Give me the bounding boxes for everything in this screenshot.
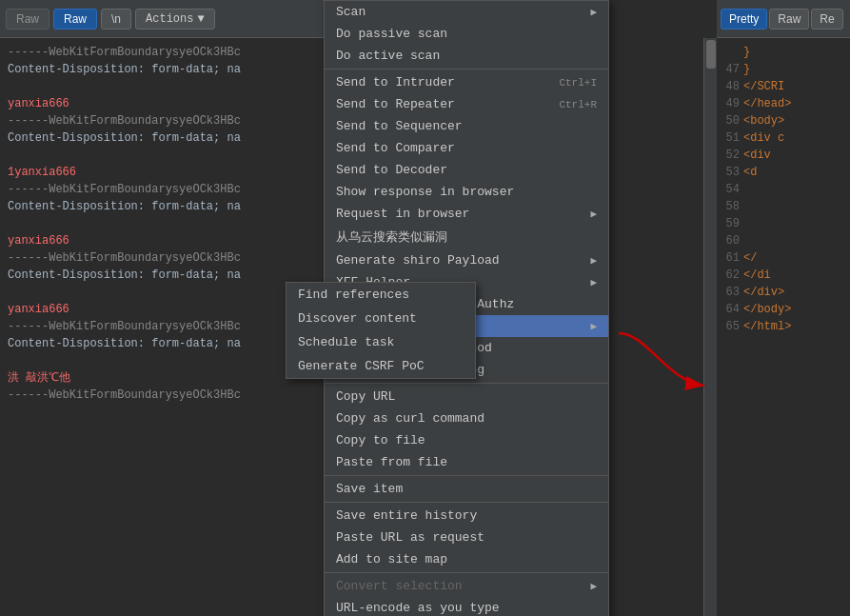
menu-label: Do passive scan — [336, 27, 447, 41]
arrow-icon: ▶ — [590, 208, 597, 220]
menu-label: Copy as curl command — [336, 411, 484, 426]
code-line: 49 </head> — [721, 95, 846, 112]
actions-button[interactable]: Actions ▼ — [135, 9, 215, 30]
menu-label: Paste from file — [336, 455, 447, 469]
menu-label: Find references — [298, 288, 409, 302]
menu-item-decoder[interactable]: Send to Decoder — [325, 159, 608, 181]
submenu-item-schedule[interactable]: Schedule task — [287, 330, 475, 354]
right-toolbar: Pretty Raw Re — [717, 0, 850, 38]
code-line: ------WebKitFormBoundarysyeOCk3HBc — [8, 44, 316, 61]
code-line: 48 </SCRI — [721, 78, 846, 95]
code-line: ------WebKitFormBoundarysyeOCk3HBc — [8, 181, 316, 198]
line-number: 65 — [721, 318, 740, 335]
scrollbar-thumb[interactable] — [706, 40, 716, 69]
submenu-item-csrf[interactable]: Generate CSRF PoC — [287, 354, 475, 378]
line-number: 59 — [721, 215, 740, 232]
line-number: 63 — [721, 284, 740, 301]
code-line: 51 <div c — [721, 129, 846, 147]
code-line: 50 <body> — [721, 112, 846, 129]
menu-label: Do active scan — [336, 49, 440, 63]
menu-item-scan[interactable]: Scan ▶ — [325, 1, 608, 23]
menu-item-add-sitemap[interactable]: Add to site map — [325, 548, 608, 570]
code-text: </div> — [743, 284, 784, 301]
menu-item-urlencode[interactable]: URL-encode as you type — [325, 597, 608, 616]
code-line: } — [721, 44, 846, 61]
separator — [325, 502, 608, 503]
arrow-icon: ▶ — [590, 320, 597, 332]
code-line: Content-Disposition: form-data; na — [8, 129, 316, 147]
code-text: <body> — [743, 112, 784, 129]
shortcut-label: Ctrl+I — [559, 77, 597, 89]
code-text: </head> — [743, 95, 791, 112]
line-number: 61 — [721, 249, 740, 267]
menu-item-passive-scan[interactable]: Do passive scan — [325, 23, 608, 45]
line-number: 48 — [721, 78, 740, 95]
engagement-submenu: Find references Discover content Schedul… — [286, 282, 476, 379]
menu-label: Send to Comparer — [336, 141, 455, 155]
menu-label: Generate CSRF PoC — [298, 359, 425, 373]
menu-label: Save entire history — [336, 508, 477, 523]
separator — [325, 69, 608, 70]
line-number: 52 — [721, 147, 740, 164]
shortcut-label: Ctrl+R — [559, 99, 597, 110]
arrow-icon: ▶ — [590, 276, 597, 288]
code-line: ------WebKitFormBoundarysyeOCk3HBc — [8, 318, 316, 335]
menu-item-shiro[interactable]: Generate shiro Payload ▶ — [325, 249, 608, 271]
menu-item-request-browser[interactable]: Request in browser ▶ — [325, 203, 608, 225]
line-number: 49 — [721, 95, 740, 112]
code-line: ------WebKitFormBoundarysyeOCk3HBc — [8, 249, 316, 267]
menu-item-sequencer[interactable]: Send to Sequencer — [325, 115, 608, 137]
newline-button[interactable]: \n — [101, 9, 131, 30]
menu-item-copy-file[interactable]: Copy to file — [325, 429, 608, 451]
menu-item-show-response[interactable]: Show response in browser — [325, 181, 608, 203]
menu-label: Send to Repeater — [336, 97, 455, 111]
menu-item-wuyun[interactable]: 从乌云搜索类似漏洞 — [325, 225, 608, 249]
code-line: 61 </ — [721, 249, 846, 267]
menu-item-intruder[interactable]: Send to Intruder Ctrl+I — [325, 71, 608, 93]
menu-label: Schedule task — [298, 335, 394, 349]
menu-item-active-scan[interactable]: Do active scan — [325, 45, 608, 67]
menu-item-convert: Convert selection ▶ — [325, 575, 608, 597]
submenu-item-discover[interactable]: Discover content — [287, 307, 475, 330]
code-line: 59 — [721, 215, 846, 232]
raw-button[interactable]: Raw — [769, 9, 809, 30]
menu-label: Scan — [336, 5, 366, 19]
pretty-button[interactable]: Raw — [6, 9, 49, 30]
menu-item-copy-curl[interactable]: Copy as curl command — [325, 407, 608, 429]
submenu-item-find-references[interactable]: Find references — [287, 283, 475, 307]
menu-item-copy-url[interactable]: Copy URL — [325, 386, 608, 407]
code-line: Content-Disposition: form-data; na — [8, 267, 316, 284]
line-number: 62 — [721, 267, 740, 284]
line-number: 54 — [721, 181, 740, 198]
code-line: 53 <d — [721, 164, 846, 181]
menu-label: URL-encode as you type — [336, 601, 500, 615]
code-line: 1yanxia666 — [8, 164, 316, 181]
menu-item-paste-url[interactable]: Paste URL as request — [325, 527, 608, 548]
vertical-scrollbar[interactable] — [703, 38, 717, 616]
arrow-icon: ▶ — [590, 580, 597, 592]
raw-button[interactable]: Raw — [53, 9, 97, 30]
menu-label: Convert selection — [336, 579, 463, 593]
code-line: ------WebKitFormBoundarysyeOCk3HBc — [8, 112, 316, 129]
menu-item-save-item[interactable]: Save item — [325, 478, 608, 500]
menu-item-repeater[interactable]: Send to Repeater Ctrl+R — [325, 93, 608, 115]
menu-label: Add to site map — [336, 552, 447, 566]
code-line: 58 — [721, 198, 846, 215]
line-number: 47 — [721, 61, 740, 78]
code-text: } — [743, 44, 750, 61]
line-number: 60 — [721, 232, 740, 249]
code-line: 64 </body> — [721, 301, 846, 318]
menu-label: 从乌云搜索类似漏洞 — [336, 229, 447, 246]
re-button[interactable]: Re — [811, 9, 842, 30]
menu-item-comparer[interactable]: Send to Comparer — [325, 137, 608, 159]
request-code: ------WebKitFormBoundarysyeOCk3HBc Conte… — [0, 38, 324, 616]
left-toolbar: Raw Raw \n Actions ▼ — [0, 0, 324, 38]
arrow-icon: ▶ — [590, 6, 597, 18]
code-line: 60 — [721, 232, 846, 249]
separator — [325, 475, 608, 476]
menu-label: Save item — [336, 482, 403, 496]
code-line: Content-Disposition: form-data; na — [8, 61, 316, 78]
menu-item-paste-file[interactable]: Paste from file — [325, 451, 608, 473]
pretty-button[interactable]: Pretty — [721, 9, 767, 30]
menu-item-save-history[interactable]: Save entire history — [325, 505, 608, 527]
